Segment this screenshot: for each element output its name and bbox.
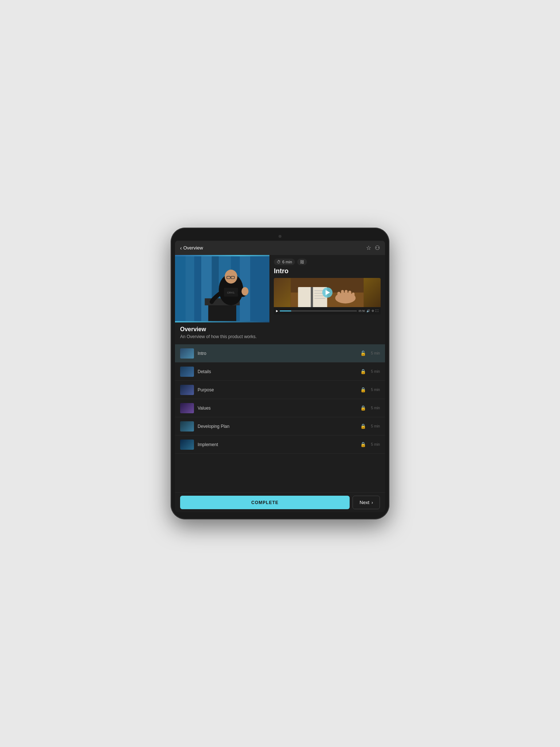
lesson-duration: 5 min [370, 406, 380, 410]
video-inner [274, 278, 381, 307]
lesson-name: Details [198, 369, 357, 374]
svg-rect-31 [345, 290, 348, 300]
list-item[interactable]: Developing Plan 🔒 5 min [175, 417, 385, 436]
lesson-thumbnail [180, 367, 194, 377]
hero-image: CRYO. [175, 255, 269, 322]
svg-text:CRYO.: CRYO. [227, 291, 235, 294]
lesson-list: Intro 🔓 5 min Details 🔒 5 min Purpose 🔒 … [175, 344, 385, 492]
svg-point-19 [241, 287, 248, 295]
tablet-shell: ‹ Overview ☆ ⚇ [171, 228, 389, 519]
next-label: Next [359, 500, 369, 505]
svg-rect-33 [352, 293, 355, 300]
back-chevron-icon: ‹ [180, 245, 182, 251]
svg-rect-9 [250, 256, 269, 321]
lesson-thumbnail [180, 440, 194, 450]
back-label: Overview [183, 245, 203, 251]
top-section: CRYO. [175, 255, 385, 322]
next-chevron-icon: › [372, 500, 373, 505]
video-control-icons: 🔊 ⚙ ⛶ [366, 309, 378, 313]
list-item[interactable]: Purpose 🔒 5 min [175, 381, 385, 399]
lesson-duration: 5 min [370, 424, 380, 428]
complete-button[interactable]: COMPLETE [180, 496, 350, 509]
meta-row: ⏱ 6 min ⛓ [274, 259, 381, 265]
lesson-duration: 5 min [370, 369, 380, 374]
progress-bar[interactable] [280, 310, 357, 311]
main-content: CRYO. [175, 255, 385, 492]
link-badge-icon: ⛓ [300, 260, 304, 264]
lesson-thumbnail [180, 421, 194, 431]
play-button[interactable] [322, 287, 332, 298]
volume-icon[interactable]: 🔊 [366, 309, 370, 313]
svg-rect-32 [349, 291, 351, 300]
list-item[interactable]: Intro 🔓 5 min [175, 344, 385, 363]
svg-rect-29 [338, 292, 341, 300]
play-control-icon[interactable]: ▶ [276, 309, 278, 313]
star-icon[interactable]: ☆ [366, 244, 371, 251]
lesson-thumbnail [180, 385, 194, 395]
svg-rect-1 [175, 256, 186, 321]
list-item[interactable]: Values 🔒 5 min [175, 399, 385, 417]
overview-section: Overview An Overview of how this product… [175, 322, 385, 344]
settings-icon[interactable]: ⚙ [372, 309, 374, 313]
lesson-name: Intro [198, 351, 357, 356]
svg-rect-3 [194, 256, 201, 321]
overview-title: Overview [180, 326, 380, 333]
list-item[interactable]: Implement 🔒 5 min [175, 436, 385, 454]
lesson-duration: 5 min [370, 388, 380, 392]
lesson-thumbnail [180, 403, 194, 413]
lesson-name: Developing Plan [198, 424, 357, 429]
lesson-duration: 5 min [370, 442, 380, 446]
right-panel: ⏱ 6 min ⛓ Intro [269, 255, 385, 322]
lesson-duration: 5 min [370, 351, 380, 355]
lock-icon: 🔓 [360, 351, 366, 356]
svg-rect-30 [341, 290, 344, 300]
lesson-name: Values [198, 406, 357, 411]
header-actions: ☆ ⚇ [366, 244, 380, 251]
video-thumbnail[interactable]: ▶ 05:56 🔊 ⚙ ⛶ [274, 278, 381, 314]
lock-icon: 🔒 [360, 442, 366, 447]
svg-rect-2 [186, 256, 194, 321]
back-nav[interactable]: ‹ Overview [180, 245, 203, 251]
play-triangle-icon [326, 290, 330, 295]
screen: ‹ Overview ☆ ⚇ [175, 241, 385, 512]
lock-icon: 🔒 [360, 405, 366, 411]
lock-icon: 🔒 [360, 423, 366, 429]
lesson-name: Implement [198, 442, 357, 447]
next-button[interactable]: Next › [353, 496, 380, 509]
video-controls: ▶ 05:56 🔊 ⚙ ⛶ [274, 307, 381, 314]
lock-icon: 🔒 [360, 387, 366, 392]
fullscreen-icon[interactable]: ⛶ [376, 309, 378, 313]
lesson-title: Intro [274, 267, 381, 275]
front-camera [279, 235, 281, 238]
lesson-name: Purpose [198, 387, 357, 392]
lock-icon: 🔒 [360, 369, 366, 374]
overview-description: An Overview of how this product works. [180, 334, 380, 339]
svg-rect-23 [311, 287, 313, 307]
bottom-bar: COMPLETE Next › [175, 492, 385, 512]
link-badge[interactable]: ⛓ [297, 259, 307, 265]
clock-icon: ⏱ [277, 260, 281, 264]
video-time: 05:56 [358, 310, 365, 312]
duration-badge: ⏱ 6 min [274, 259, 295, 265]
lesson-thumbnail [180, 348, 194, 359]
progress-fill [280, 310, 291, 311]
header: ‹ Overview ☆ ⚇ [175, 241, 385, 255]
list-item[interactable]: Details 🔒 5 min [175, 363, 385, 381]
link-icon[interactable]: ⚇ [375, 244, 380, 251]
duration-text: 6 min [282, 260, 292, 264]
